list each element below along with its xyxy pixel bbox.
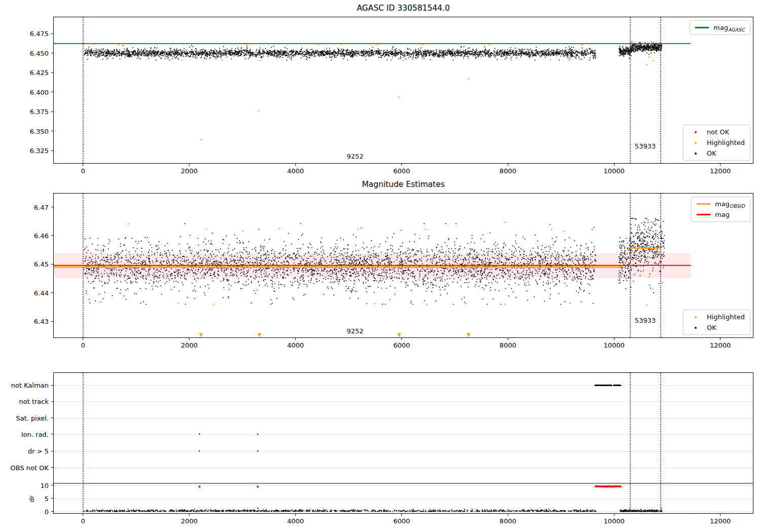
legend-dot-swatch: [689, 131, 702, 133]
x-tick-label: 10000: [603, 517, 624, 525]
y-tick-label: 6.350: [30, 127, 49, 135]
legend-label: OK: [707, 149, 716, 157]
legend-line-swatch: [697, 203, 710, 205]
legend-label: Highlighted: [707, 313, 745, 321]
x-tick-mark: [295, 513, 296, 516]
y-tick-mark: [51, 401, 54, 402]
x-tick-mark: [401, 337, 402, 340]
legend-entry: Highlighted: [689, 313, 745, 321]
dr-tick-label: 5: [45, 495, 49, 502]
y-tick-mark: [51, 451, 54, 451]
y-tick-mark: [51, 467, 54, 468]
legend-entry: Highlighted: [689, 139, 745, 146]
x-tick-mark: [295, 163, 296, 166]
agasc-scatter-canvas: [54, 17, 753, 163]
legend-entry: OK: [689, 324, 745, 331]
y-tick-mark: [51, 321, 54, 322]
plot-flags-dr: 020004000600080001000012000not Kalmannot…: [53, 372, 753, 514]
y-tick-mark: [51, 511, 54, 512]
x-tick-label: 12000: [710, 167, 731, 175]
legend-top-right: magOBSIDmag: [691, 197, 750, 222]
legend-label: OK: [707, 324, 716, 331]
y-tick-label: 6.450: [30, 49, 49, 57]
figure: AGASC ID 330581544.0 0200040006000800010…: [0, 0, 760, 532]
legend-label: mag: [715, 211, 730, 218]
obsid-annotation-53933: 53933: [635, 142, 656, 149]
plot-title-agasc: AGASC ID 330581544.0: [357, 4, 450, 13]
x-tick-mark: [83, 337, 83, 340]
y-tick-label: 6.47: [34, 203, 49, 211]
flag-row-label: not Kalman: [11, 382, 49, 389]
legend-dot-swatch: [689, 153, 702, 155]
legend-dot-swatch: [689, 316, 702, 318]
legend-label-subscript: AGASC: [728, 27, 745, 32]
x-tick-mark: [614, 337, 615, 340]
x-tick-label: 4000: [287, 517, 304, 525]
x-tick-label: 6000: [393, 167, 410, 175]
x-tick-label: 10000: [603, 341, 624, 349]
x-tick-mark: [189, 513, 189, 516]
flag-row-label: Sat. pixel.: [16, 414, 49, 422]
obsid-annotation-53933: 53933: [635, 316, 656, 324]
flag-row-label: Ion. rad.: [21, 430, 49, 438]
x-tick-mark: [720, 163, 720, 166]
obsid-annotation-9252: 9252: [347, 153, 363, 160]
x-tick-mark: [295, 337, 296, 340]
y-tick-label: 6.375: [30, 108, 49, 116]
x-tick-label: 12000: [710, 341, 731, 349]
y-tick-mark: [51, 498, 54, 499]
y-tick-mark: [51, 385, 54, 386]
flag-row-label: dr > 5: [28, 447, 49, 455]
y-tick-mark: [51, 33, 54, 34]
x-tick-mark: [508, 513, 508, 516]
legend-entry: OK: [689, 149, 745, 157]
x-tick-mark: [189, 163, 189, 166]
y-tick-label: 6.46: [34, 232, 49, 239]
x-tick-label: 0: [81, 341, 85, 349]
x-tick-label: 6000: [393, 517, 410, 525]
x-tick-label: 6000: [393, 341, 410, 349]
legend-entry: mag: [697, 211, 745, 218]
flag-row-label: not track: [19, 398, 49, 405]
x-tick-mark: [614, 163, 615, 166]
y-tick-label: 6.325: [30, 147, 49, 155]
dr-tick-label: 0: [45, 508, 49, 515]
legend-label: magOBSID: [715, 200, 745, 208]
x-tick-mark: [83, 513, 83, 516]
x-tick-label: 10000: [603, 167, 624, 175]
y-tick-label: 6.475: [30, 30, 49, 37]
y-tick-label: 6.400: [30, 88, 49, 96]
x-tick-label: 8000: [500, 167, 516, 175]
legend-line-swatch: [697, 214, 710, 215]
plot-title-magnitude-estimates: Magnitude Estimates: [362, 180, 445, 189]
flag-row-label: OBS not OK: [11, 464, 49, 471]
x-tick-mark: [401, 163, 402, 166]
x-tick-label: 8000: [500, 341, 516, 349]
x-tick-mark: [720, 337, 720, 340]
legend-entry: magAGASC: [695, 24, 745, 31]
y-tick-mark: [51, 292, 54, 293]
legend-label: Highlighted: [707, 139, 745, 146]
legend-dot-swatch: [689, 142, 702, 144]
y-tick-mark: [51, 131, 54, 131]
x-tick-label: 8000: [500, 517, 516, 525]
legend-label: magAGASC: [713, 24, 745, 31]
x-tick-mark: [720, 513, 720, 516]
y-tick-mark: [51, 485, 54, 485]
x-tick-label: 4000: [287, 341, 304, 349]
y-tick-mark: [51, 72, 54, 73]
x-tick-label: 0: [81, 517, 85, 525]
legend-top-right: magAGASC: [690, 20, 750, 35]
y-tick-mark: [51, 53, 54, 53]
obsid-annotation-9252: 9252: [347, 327, 363, 335]
y-tick-label: 6.43: [34, 318, 49, 325]
y-tick-mark: [51, 434, 54, 434]
legend-label-subscript: OBSID: [730, 203, 745, 209]
x-tick-label: 4000: [287, 167, 304, 175]
y-tick-label: 6.44: [34, 289, 49, 296]
flags-scatter-canvas: [54, 373, 753, 513]
x-tick-mark: [614, 513, 615, 516]
y-tick-mark: [51, 111, 54, 112]
y-tick-label: 6.425: [30, 69, 49, 77]
x-tick-mark: [189, 337, 189, 340]
